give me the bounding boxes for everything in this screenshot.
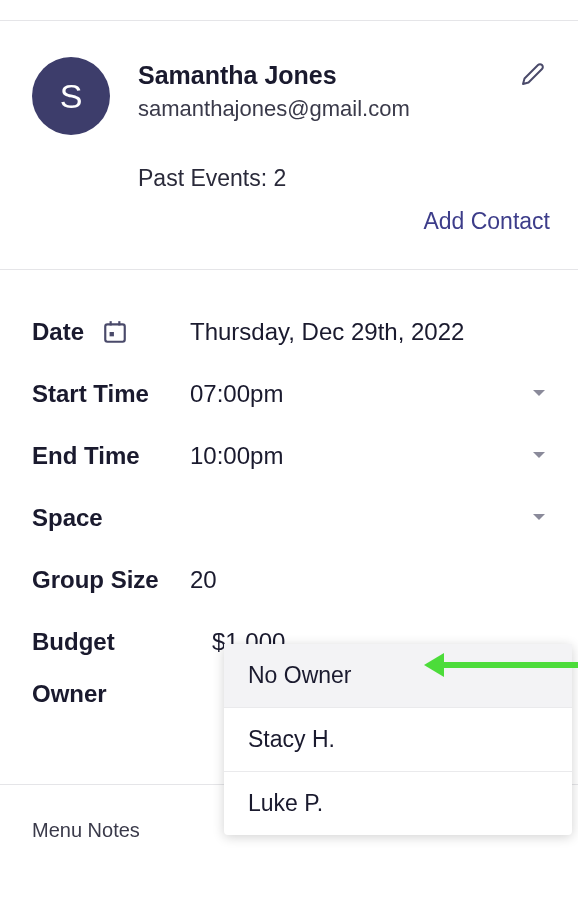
contact-email: samanthajones@gmail.com xyxy=(138,96,550,122)
date-row[interactable]: Date Thursday, Dec 29th, 2022 xyxy=(32,318,546,346)
date-label-text: Date xyxy=(32,318,84,346)
end-time-row[interactable]: End Time 10:00pm xyxy=(32,442,546,470)
calendar-icon xyxy=(102,319,128,345)
chevron-down-icon xyxy=(532,387,546,401)
space-label: Space xyxy=(32,504,190,532)
end-time-label: End Time xyxy=(32,442,190,470)
group-size-row[interactable]: Group Size 20 xyxy=(32,566,546,594)
space-row[interactable]: Space xyxy=(32,504,546,532)
owner-label: Owner xyxy=(32,680,212,708)
start-time-label: Start Time xyxy=(32,380,190,408)
past-events: Past Events: 2 xyxy=(138,165,550,192)
details-section: Date Thursday, Dec 29th, 2022 Start Time… xyxy=(0,270,578,708)
owner-row[interactable]: Owner No Owner Stacy H. Luke P. xyxy=(32,680,546,708)
contact-info: Samantha Jones samanthajones@gmail.com xyxy=(138,57,550,122)
group-size-label: Group Size xyxy=(32,566,190,594)
end-time-value: 10:00pm xyxy=(190,442,546,470)
chevron-down-icon xyxy=(532,449,546,463)
pencil-icon xyxy=(521,62,545,86)
budget-label: Budget xyxy=(32,628,212,656)
contact-section: S Samantha Jones samanthajones@gmail.com… xyxy=(0,21,578,255)
group-size-value: 20 xyxy=(190,566,546,594)
avatar: S xyxy=(32,57,110,135)
date-value: Thursday, Dec 29th, 2022 xyxy=(190,318,546,346)
owner-dropdown: No Owner Stacy H. Luke P. xyxy=(224,644,572,835)
owner-option-luke[interactable]: Luke P. xyxy=(224,772,572,835)
svg-rect-3 xyxy=(110,332,114,336)
svg-rect-0 xyxy=(105,324,125,341)
owner-option-no-owner[interactable]: No Owner xyxy=(224,644,572,708)
chevron-down-icon xyxy=(532,511,546,525)
contact-row: S Samantha Jones samanthajones@gmail.com xyxy=(32,57,550,135)
owner-option-stacy[interactable]: Stacy H. xyxy=(224,708,572,772)
date-label: Date xyxy=(32,318,190,346)
start-time-value: 07:00pm xyxy=(190,380,546,408)
add-contact-row: Add Contact xyxy=(32,208,550,235)
edit-button[interactable] xyxy=(520,61,546,87)
contact-name: Samantha Jones xyxy=(138,61,550,90)
start-time-row[interactable]: Start Time 07:00pm xyxy=(32,380,546,408)
add-contact-link[interactable]: Add Contact xyxy=(423,208,550,234)
